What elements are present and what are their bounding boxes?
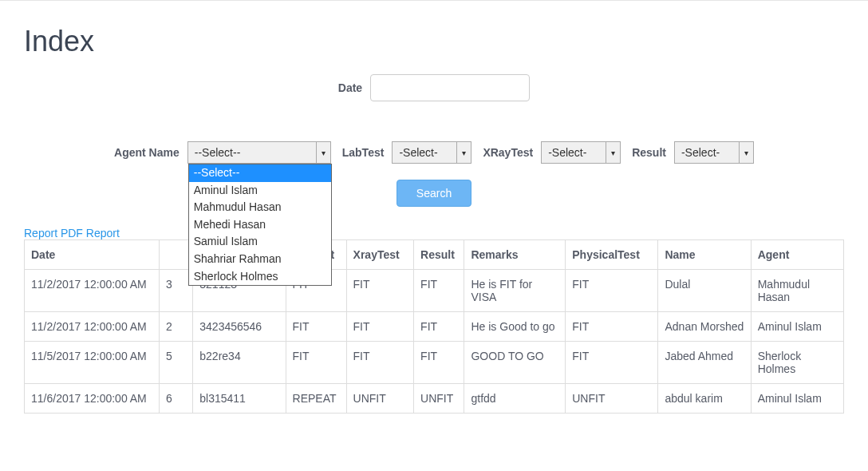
chevron-down-icon: ▾ [456, 142, 471, 163]
agent-label: Agent Name [114, 146, 180, 159]
cell-col2: 5 [160, 342, 193, 384]
date-label: Date [338, 81, 362, 94]
cell-physical: UNFIT [566, 384, 658, 414]
xraytest-group: XRayTest -Select- ▾ [483, 141, 621, 164]
labtest-group: LabTest -Select- ▾ [342, 141, 472, 164]
cell-labtest: FIT [286, 342, 346, 384]
xraytest-select[interactable]: -Select- ▾ [541, 141, 621, 164]
cell-labtest: FIT [286, 312, 346, 342]
cell-remarks: GOOD TO GO [464, 342, 566, 384]
cell-physical: FIT [566, 270, 658, 312]
date-input[interactable] [370, 74, 530, 101]
agent-select[interactable]: --Select-- ▾ --Select-- Aminul Islam Mah… [187, 141, 331, 164]
cell-xraytest: FIT [346, 312, 414, 342]
th-remarks: Remarks [464, 240, 566, 270]
cell-xraytest: FIT [346, 270, 414, 312]
agent-option[interactable]: --Select-- [189, 164, 331, 182]
agent-option[interactable]: Samiul Islam [189, 233, 331, 251]
report-link[interactable]: Report [24, 227, 57, 239]
cell-result: FIT [414, 342, 464, 384]
agent-option[interactable]: Mahmudul Hasan [189, 199, 331, 216]
th-xraytest: XrayTest [346, 240, 414, 270]
page-title: Index [24, 25, 844, 58]
th-date: Date [25, 240, 160, 270]
cell-date: 11/6/2017 12:00:00 AM [25, 384, 160, 414]
pdf-report-link[interactable]: PDF Report [61, 227, 120, 239]
cell-date: 11/2/2017 12:00:00 AM [25, 270, 160, 312]
agent-select-value: --Select-- [188, 146, 247, 159]
cell-agent: Aminul Islam [751, 384, 843, 414]
table-header-row: Date LabTest XrayTest Result Remarks Phy… [25, 240, 844, 270]
cell-physical: FIT [566, 312, 658, 342]
cell-col2: 6 [160, 384, 193, 414]
result-value: -Select- [675, 146, 726, 159]
cell-xraytest: UNFIT [346, 384, 414, 414]
cell-remarks: He is FIT for VISA [464, 270, 566, 312]
cell-date: 11/2/2017 12:00:00 AM [25, 312, 160, 342]
table-row: 11/6/2017 12:00:00 AM6bl315411REPEATUNFI… [25, 384, 844, 414]
result-label: Result [632, 146, 666, 159]
labtest-select[interactable]: -Select- ▾ [392, 141, 471, 164]
cell-agent: Aminul Islam [751, 312, 843, 342]
xraytest-label: XRayTest [483, 146, 533, 159]
cell-col2: 2 [160, 312, 193, 342]
result-select[interactable]: -Select- ▾ [674, 141, 754, 164]
cell-col3: b22re34 [193, 342, 286, 384]
chevron-down-icon: ▾ [606, 142, 620, 163]
cell-result: FIT [414, 312, 464, 342]
agent-dropdown: --Select-- Aminul Islam Mahmudul Hasan M… [188, 164, 332, 286]
cell-result: FIT [414, 270, 464, 312]
table-row: 11/2/2017 12:00:00 AM23423456546FITFITFI… [25, 312, 844, 342]
results-table: Date LabTest XrayTest Result Remarks Phy… [24, 239, 844, 414]
cell-name: abdul karim [658, 384, 751, 414]
cell-remarks: gtfdd [464, 384, 566, 414]
agent-group: Agent Name --Select-- ▾ --Select-- Aminu… [114, 141, 331, 164]
th-physicaltest: PhysicalTest [566, 240, 658, 270]
chevron-down-icon: ▾ [739, 142, 753, 163]
agent-option[interactable]: Sherlock Holmes [189, 268, 331, 286]
date-row: Date [24, 74, 844, 101]
cell-agent: Mahmudul Hasan [751, 270, 843, 312]
xraytest-value: -Select- [542, 146, 593, 159]
table-row: 11/5/2017 12:00:00 AM5b22re34FITFITFITGO… [25, 342, 844, 384]
cell-name: Jabed Ahmed [658, 342, 751, 384]
cell-xraytest: FIT [346, 342, 414, 384]
th-name: Name [658, 240, 751, 270]
report-links: Report PDF Report [24, 227, 844, 239]
agent-option[interactable]: Shahriar Rahman [189, 251, 331, 268]
cell-date: 11/5/2017 12:00:00 AM [25, 342, 160, 384]
search-row: Search [24, 180, 844, 207]
cell-name: Adnan Morshed [658, 312, 751, 342]
cell-remarks: He is Good to go [464, 312, 566, 342]
labtest-value: -Select- [393, 146, 444, 159]
agent-option[interactable]: Aminul Islam [189, 182, 331, 200]
cell-name: Dulal [658, 270, 751, 312]
filter-row: Agent Name --Select-- ▾ --Select-- Aminu… [24, 141, 844, 164]
table-row: 11/2/2017 12:00:00 AM3321123FITFITFITHe … [25, 270, 844, 312]
cell-col3: 3423456546 [193, 312, 286, 342]
search-button[interactable]: Search [397, 180, 471, 207]
labtest-label: LabTest [342, 146, 385, 159]
chevron-down-icon: ▾ [316, 142, 330, 163]
th-result: Result [414, 240, 464, 270]
cell-agent: Sherlock Holmes [751, 342, 843, 384]
cell-labtest: REPEAT [286, 384, 346, 414]
result-group: Result -Select- ▾ [632, 141, 754, 164]
th-agent: Agent [751, 240, 843, 270]
agent-option[interactable]: Mehedi Hasan [189, 216, 331, 234]
cell-physical: FIT [566, 342, 658, 384]
cell-col3: bl315411 [193, 384, 286, 414]
cell-result: UNFIT [414, 384, 464, 414]
